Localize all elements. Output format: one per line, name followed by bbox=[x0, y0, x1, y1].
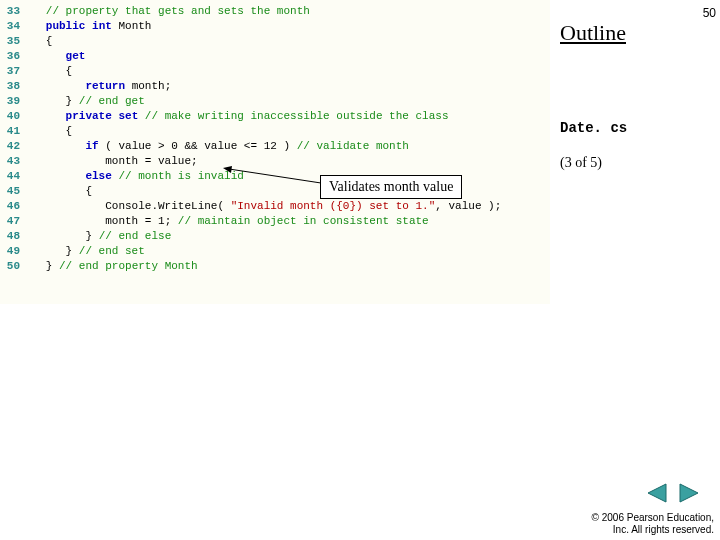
code-line: 34 public int Month bbox=[0, 19, 550, 34]
line-number: 35 bbox=[0, 34, 26, 49]
outline-heading: Outline bbox=[560, 20, 626, 46]
code-line: 47 month = 1; // maintain object in cons… bbox=[0, 214, 550, 229]
code-line: 37 { bbox=[0, 64, 550, 79]
line-number: 41 bbox=[0, 124, 26, 139]
triangle-left-icon bbox=[644, 482, 670, 504]
code-line: 44 else // month is invalid bbox=[0, 169, 550, 184]
code-content: } // end set bbox=[26, 244, 145, 259]
code-content: else // month is invalid bbox=[26, 169, 244, 184]
code-content: Console.WriteLine( "Invalid month ({0}) … bbox=[26, 199, 501, 214]
code-line: 40 private set // make writing inaccessi… bbox=[0, 109, 550, 124]
code-content: // property that gets and sets the month bbox=[26, 4, 310, 19]
line-number: 48 bbox=[0, 229, 26, 244]
line-number: 47 bbox=[0, 214, 26, 229]
code-content: public int Month bbox=[26, 19, 151, 34]
code-block: 33 // property that gets and sets the mo… bbox=[0, 0, 550, 304]
code-line: 33 // property that gets and sets the mo… bbox=[0, 4, 550, 19]
filename-label: Date. cs bbox=[560, 120, 627, 136]
code-content: if ( value > 0 && value <= 12 ) // valid… bbox=[26, 139, 409, 154]
copyright-line1: © 2006 Pearson Education, bbox=[592, 512, 714, 524]
next-button[interactable] bbox=[676, 482, 702, 504]
line-number: 37 bbox=[0, 64, 26, 79]
code-content: { bbox=[26, 184, 92, 199]
code-line: 41 { bbox=[0, 124, 550, 139]
code-line: 38 return month; bbox=[0, 79, 550, 94]
slide-number: 50 bbox=[703, 6, 716, 20]
code-content: } // end get bbox=[26, 94, 145, 109]
code-line: 39 } // end get bbox=[0, 94, 550, 109]
line-number: 46 bbox=[0, 199, 26, 214]
code-content: { bbox=[26, 34, 52, 49]
code-line: 45 { bbox=[0, 184, 550, 199]
code-line: 48 } // end else bbox=[0, 229, 550, 244]
code-line: 42 if ( value > 0 && value <= 12 ) // va… bbox=[0, 139, 550, 154]
code-content: { bbox=[26, 124, 72, 139]
line-number: 34 bbox=[0, 19, 26, 34]
code-content: } // end else bbox=[26, 229, 171, 244]
line-number: 39 bbox=[0, 94, 26, 109]
progress-label: (3 of 5) bbox=[560, 155, 602, 171]
line-number: 33 bbox=[0, 4, 26, 19]
nav-controls bbox=[644, 482, 702, 504]
prev-button[interactable] bbox=[644, 482, 670, 504]
code-line: 49 } // end set bbox=[0, 244, 550, 259]
line-number: 45 bbox=[0, 184, 26, 199]
code-content: get bbox=[26, 49, 85, 64]
code-content: } // end property Month bbox=[26, 259, 198, 274]
code-content: { bbox=[26, 64, 72, 79]
line-number: 50 bbox=[0, 259, 26, 274]
callout-annotation: Validates month value bbox=[320, 175, 462, 199]
code-line: 50 } // end property Month bbox=[0, 259, 550, 274]
code-line: 43 month = value; bbox=[0, 154, 550, 169]
line-number: 40 bbox=[0, 109, 26, 124]
line-number: 44 bbox=[0, 169, 26, 184]
code-content: month = 1; // maintain object in consist… bbox=[26, 214, 429, 229]
line-number: 36 bbox=[0, 49, 26, 64]
copyright-line2: Inc. All rights reserved. bbox=[592, 524, 714, 536]
svg-marker-3 bbox=[648, 484, 666, 502]
callout-text: Validates month value bbox=[329, 179, 453, 194]
code-content: private set // make writing inaccessible… bbox=[26, 109, 449, 124]
line-number: 42 bbox=[0, 139, 26, 154]
triangle-right-icon bbox=[676, 482, 702, 504]
code-line: 46 Console.WriteLine( "Invalid month ({0… bbox=[0, 199, 550, 214]
copyright-text: © 2006 Pearson Education, Inc. All right… bbox=[592, 512, 714, 536]
code-line: 35 { bbox=[0, 34, 550, 49]
code-content: return month; bbox=[26, 79, 171, 94]
line-number: 38 bbox=[0, 79, 26, 94]
code-line: 36 get bbox=[0, 49, 550, 64]
svg-marker-4 bbox=[680, 484, 698, 502]
line-number: 43 bbox=[0, 154, 26, 169]
line-number: 49 bbox=[0, 244, 26, 259]
code-content: month = value; bbox=[26, 154, 198, 169]
